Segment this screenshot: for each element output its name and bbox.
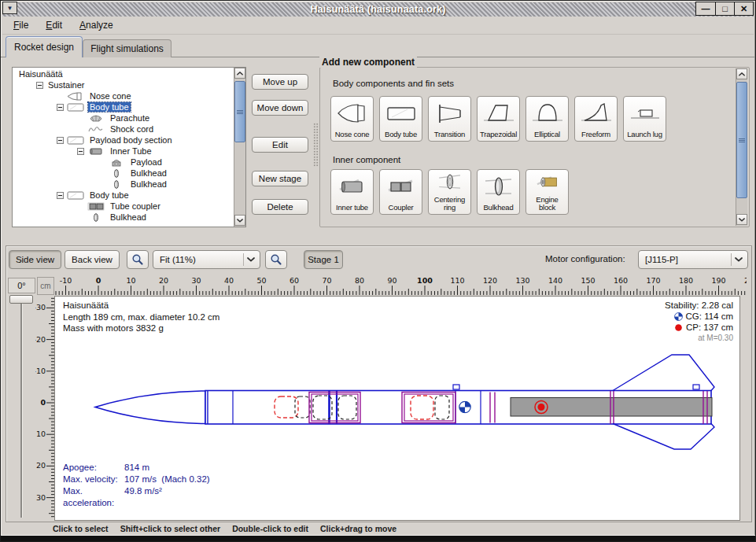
window-bottom-edge bbox=[1, 535, 756, 541]
max-velocity-value: 107 m/s (Mach 0.32) bbox=[124, 474, 210, 485]
tree-item[interactable]: Nose cone bbox=[13, 90, 234, 101]
svg-text:200: 200 bbox=[744, 276, 747, 285]
tree-expander[interactable] bbox=[36, 82, 43, 89]
tree-expander[interactable] bbox=[57, 137, 64, 144]
inner-tube-icon bbox=[87, 147, 105, 156]
add-freeform-fin-button[interactable]: Freeform bbox=[574, 96, 618, 142]
add-inner-tube-button[interactable]: Inner tube bbox=[330, 169, 374, 215]
tree-item-label: Shock cord bbox=[109, 124, 155, 134]
tree-item[interactable]: Inner Tube bbox=[13, 146, 234, 157]
delete-button[interactable]: Delete bbox=[252, 199, 308, 215]
nose-cone-shape[interactable] bbox=[95, 391, 205, 424]
tab-rocket-design[interactable]: Rocket design bbox=[6, 36, 83, 57]
scroll-up-button[interactable] bbox=[234, 68, 245, 79]
titlebar[interactable]: Haisunäätä (haisunaata.ork) bbox=[2, 2, 754, 17]
add-centering-ring-button[interactable]: Centering ring bbox=[428, 169, 471, 215]
side-view-button[interactable]: Side view bbox=[9, 250, 61, 269]
launch-lug-shape[interactable] bbox=[693, 385, 699, 389]
unit-label: cm bbox=[37, 277, 54, 295]
tree-item-label: Payload body section bbox=[88, 135, 174, 145]
move-up-button[interactable]: Move up bbox=[252, 74, 308, 90]
apogee-label: Apogee: bbox=[63, 462, 124, 474]
scroll-down-button[interactable] bbox=[234, 215, 245, 226]
hint-click-drag: Click+drag to move bbox=[320, 524, 396, 533]
statusbar: Click to select Shift+click to select ot… bbox=[53, 524, 396, 533]
rocket-canvas[interactable]: Haisunäätä Length 189 cm, max. diameter … bbox=[54, 296, 740, 521]
launch-lug-icon bbox=[628, 101, 662, 126]
edit-button[interactable]: Edit bbox=[252, 137, 308, 153]
add-trapezoidal-fin-button[interactable]: Trapezoidal bbox=[477, 96, 520, 142]
tree-item[interactable]: Sustainer bbox=[13, 79, 234, 90]
tree-item[interactable]: Bulkhead bbox=[13, 212, 234, 223]
body-tube-icon bbox=[67, 136, 84, 145]
tree-item[interactable]: Body tube bbox=[13, 101, 234, 112]
new-stage-button[interactable]: New stage bbox=[252, 171, 308, 186]
svg-text:20: 20 bbox=[36, 461, 46, 470]
tree-item-label: Bulkhead bbox=[129, 179, 168, 189]
svg-text:50: 50 bbox=[256, 276, 266, 285]
tree-item[interactable]: Parachute bbox=[13, 112, 234, 124]
stage-1-toggle[interactable]: Stage 1 bbox=[304, 250, 343, 269]
add-launch-lug-button[interactable]: Launch lug bbox=[623, 96, 666, 142]
tree-item[interactable]: Payload bbox=[13, 157, 234, 168]
svg-text:100: 100 bbox=[417, 276, 433, 285]
add-engine-block-button[interactable]: Engine block bbox=[526, 169, 569, 215]
maximize-button[interactable]: □ bbox=[715, 2, 734, 15]
zoom-level-select[interactable]: Fit (11%) bbox=[153, 250, 260, 269]
motor-configuration-select[interactable]: [J115-P] bbox=[638, 250, 748, 269]
tree-item[interactable]: Bulkhead bbox=[13, 179, 234, 190]
scrollbar-thumb[interactable] bbox=[736, 82, 747, 198]
add-body-tube-button[interactable]: Body tube bbox=[379, 96, 422, 142]
add-elliptical-fin-button[interactable]: Elliptical bbox=[526, 96, 569, 142]
svg-text:190: 190 bbox=[711, 276, 725, 285]
rotation-slider-handle[interactable] bbox=[9, 295, 33, 304]
component-panel-scrollbar[interactable] bbox=[736, 68, 747, 226]
svg-text:180: 180 bbox=[679, 276, 693, 285]
zoom-out-button[interactable] bbox=[127, 250, 149, 269]
component-tree[interactable]: Haisunäätä Sustainer Nose cone Body tube… bbox=[12, 67, 246, 227]
split-divider-handle[interactable] bbox=[313, 123, 319, 167]
window-menu-icon[interactable]: ▼ bbox=[2, 2, 17, 14]
tree-item[interactable]: Shock cord bbox=[13, 124, 234, 135]
shock-cord-icon bbox=[87, 125, 105, 134]
add-nose-cone-button[interactable]: Nose cone bbox=[330, 96, 374, 142]
body-tube-icon bbox=[67, 103, 84, 112]
menu-file[interactable]: File bbox=[13, 20, 28, 31]
hint-double-click: Double-click to edit bbox=[232, 524, 308, 533]
fin-lower-shape[interactable] bbox=[613, 424, 714, 450]
close-button[interactable]: ✕ bbox=[734, 2, 753, 15]
tree-item[interactable]: Bulkhead bbox=[13, 168, 234, 179]
back-view-button[interactable]: Back view bbox=[65, 250, 120, 269]
move-down-button[interactable]: Move down bbox=[252, 100, 308, 116]
engine-block-icon bbox=[530, 171, 565, 192]
add-transition-button[interactable]: Transition bbox=[428, 96, 471, 142]
svg-text:30: 30 bbox=[36, 493, 46, 502]
minimize-button[interactable]: — bbox=[696, 2, 715, 15]
inner-tube-icon bbox=[335, 174, 370, 199]
svg-text:90: 90 bbox=[387, 276, 396, 285]
menu-analyze[interactable]: Analyze bbox=[79, 20, 113, 31]
tree-item[interactable]: Body tube bbox=[13, 190, 234, 201]
tree-expander[interactable] bbox=[57, 104, 64, 111]
hint-shift-click: Shift+click to select other bbox=[120, 524, 221, 533]
inner-component-section-label: Inner component bbox=[333, 155, 400, 164]
scroll-up-button[interactable] bbox=[736, 68, 747, 79]
add-bulkhead-button[interactable]: Bulkhead bbox=[477, 169, 520, 215]
chevron-down-icon bbox=[247, 257, 255, 262]
scrollbar-thumb[interactable] bbox=[234, 81, 245, 142]
add-coupler-button[interactable]: Coupler bbox=[379, 169, 422, 215]
menu-edit[interactable]: Edit bbox=[46, 20, 62, 31]
tree-item[interactable]: Tube coupler bbox=[13, 201, 234, 212]
tree-expander[interactable] bbox=[57, 192, 64, 199]
zoom-in-button[interactable] bbox=[265, 250, 287, 269]
tab-flight-simulations[interactable]: Flight simulations bbox=[83, 39, 171, 57]
tree-item[interactable]: Haisunäätä bbox=[13, 68, 234, 79]
tree-expander[interactable] bbox=[77, 148, 84, 155]
tree-item-label: Nose cone bbox=[88, 91, 133, 101]
tree-item[interactable]: Payload body section bbox=[13, 135, 234, 146]
scroll-down-button[interactable] bbox=[736, 214, 747, 225]
tree-scrollbar[interactable] bbox=[234, 68, 245, 227]
launch-lug-shape[interactable] bbox=[453, 385, 459, 389]
rotation-slider[interactable] bbox=[20, 300, 23, 518]
nose-cone-icon bbox=[67, 92, 84, 101]
